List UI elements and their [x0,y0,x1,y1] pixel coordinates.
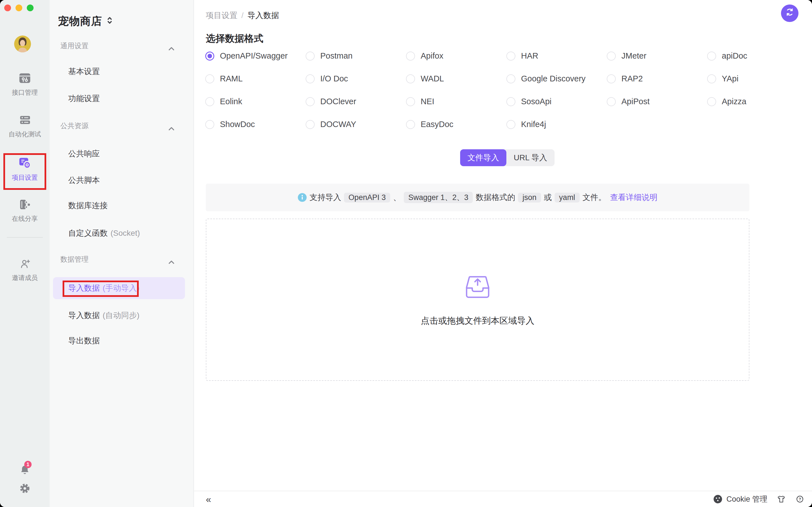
radio-circle[interactable] [306,120,315,129]
radio-knife4j[interactable]: Knife4j [506,120,607,129]
menu-item-import-data-manual[interactable]: 导入数据 (手动导入) [53,277,185,299]
section-header-shared-resources[interactable]: 公共资源 [50,118,193,133]
menu-item-database-connections[interactable]: 数据库连接 [50,198,193,214]
sidebar-item-online-share[interactable]: 在线分享 [0,198,50,223]
notice-text: 、 [393,192,401,203]
chevron-up-icon [168,258,174,266]
menu-item-shared-scripts[interactable]: 公共脚本 [50,172,193,188]
radio-apizza[interactable]: Apizza [707,97,808,106]
radio-sosoapi[interactable]: SosoApi [506,97,607,106]
sidebar-item-label: 在线分享 [0,215,50,223]
breadcrumb: 项目设置 / 导入数据 [206,10,279,21]
radio-yapi[interactable]: YApi [707,74,808,83]
radio-wadl[interactable]: WADL [406,74,506,83]
app-rail: 接口管理 自动化测试 [0,0,50,507]
format-tag: OpenAPI 3 [344,193,390,203]
radio-circle[interactable] [607,97,616,106]
tab-file-import[interactable]: 文件导入 [460,149,506,166]
radio-circle[interactable] [306,52,315,61]
radio-rap2[interactable]: RAP2 [607,74,707,83]
sidebar-item-automated-testing[interactable]: 自动化测试 [0,114,50,138]
section-header-data-management[interactable]: 数据管理 [50,251,193,267]
radio-circle[interactable] [506,120,515,129]
window-zoom-button[interactable] [27,4,34,11]
dropzone-hint: 点击或拖拽文件到本区域导入 [206,315,749,327]
menu-item-basic-settings[interactable]: 基本设置 [50,64,193,79]
sidebar-item-project-settings[interactable]: 项目设置 [0,156,50,181]
menu-item-custom-functions[interactable]: 自定义函数 (Socket) [50,225,193,241]
notice-text: 或 [544,192,552,203]
radio-io-doc[interactable]: I/O Doc [306,74,406,83]
radio-apidoc[interactable]: apiDoc [707,51,808,61]
radio-circle[interactable] [406,74,415,83]
menu-item-label: 数据库连接 [68,200,108,211]
radio-raml[interactable]: RAML [205,74,306,83]
radio-circle[interactable] [406,52,415,61]
theme-button[interactable] [776,494,786,504]
radio-circle[interactable] [406,97,415,106]
radio-circle[interactable] [205,120,214,129]
project-switcher[interactable]: 宠物商店 [58,14,113,29]
window-close-button[interactable] [4,4,11,11]
sidebar-item-api-management[interactable]: 接口管理 [0,72,50,96]
rail-divider [7,237,43,238]
radio-circle[interactable] [607,52,616,61]
radio-har[interactable]: HAR [506,51,607,61]
radio-apifox[interactable]: Apifox [406,51,506,61]
settings-button[interactable] [0,482,50,497]
radio-circle[interactable] [607,74,616,83]
breadcrumb-parent[interactable]: 项目设置 [206,10,238,21]
sidebar-item-label: 自动化测试 [0,130,50,138]
section-header-general[interactable]: 通用设置 [50,38,193,54]
sync-button[interactable] [781,4,799,22]
menu-item-suffix: (Socket) [110,229,140,238]
radio-postman[interactable]: Postman [306,51,406,61]
cookie-manager-button[interactable]: Cookie 管理 [713,494,767,504]
menu-item-feature-settings[interactable]: 功能设置 [50,91,193,107]
collapse-sidebar-button[interactable]: « [206,494,211,504]
radio-docway[interactable]: DOCWAY [306,120,406,129]
notification-badge: 1 [24,461,32,468]
radio-jmeter[interactable]: JMeter [607,51,707,61]
radio-doclever[interactable]: DOClever [306,97,406,106]
details-link[interactable]: 查看详细说明 [610,192,658,203]
radio-apipost[interactable]: ApiPost [607,97,707,106]
radio-circle[interactable] [707,97,716,106]
radio-circle[interactable] [205,52,214,61]
format-options-grid: OpenAPI/Swagger Postman Apifox HAR JMete… [205,45,808,136]
menu-item-shared-responses[interactable]: 公共响应 [50,146,193,162]
api-management-icon [18,76,31,87]
radio-circle[interactable] [406,120,415,129]
radio-google-discovery[interactable]: Google Discovery [506,74,607,83]
menu-item-import-data-sync[interactable]: 导入数据 (自动同步) [50,307,193,323]
radio-showdoc[interactable]: ShowDoc [205,120,306,129]
window-minimize-button[interactable] [15,4,22,11]
apifox-window: 接口管理 自动化测试 [0,0,812,507]
radio-circle[interactable] [506,52,515,61]
project-settings-icon [18,161,32,172]
avatar[interactable] [14,36,31,52]
radio-circle[interactable] [306,74,315,83]
menu-item-export-data[interactable]: 导出数据 [50,333,193,349]
sidebar-item-invite-member[interactable]: 邀请成员 [0,258,50,282]
radio-circle[interactable] [205,74,214,83]
file-dropzone[interactable]: 点击或拖拽文件到本区域导入 [206,219,749,381]
sidebar-item-label: 项目设置 [0,173,50,181]
radio-easydoc[interactable]: EasyDoc [406,120,506,129]
radio-circle[interactable] [707,74,716,83]
menu-item-label: 功能设置 [68,93,100,104]
help-button[interactable]: ? [795,494,805,504]
tab-url-import[interactable]: URL 导入 [506,149,555,166]
radio-eolink[interactable]: Eolink [205,97,306,106]
radio-circle[interactable] [707,52,716,61]
radio-circle[interactable] [506,74,515,83]
tshirt-icon [776,494,786,504]
radio-nei[interactable]: NEI [406,97,506,106]
radio-circle[interactable] [506,97,515,106]
page-title: 选择数据格式 [206,32,263,45]
radio-circle[interactable] [205,97,214,106]
radio-circle[interactable] [306,97,315,106]
menu-item-label: 导入数据 [68,283,100,293]
supported-formats-notice: 支持导入 OpenAPI 3 、 Swagger 1、2、3 数据格式的 jso… [206,184,749,211]
radio-openapi-swagger[interactable]: OpenAPI/Swagger [205,51,306,61]
